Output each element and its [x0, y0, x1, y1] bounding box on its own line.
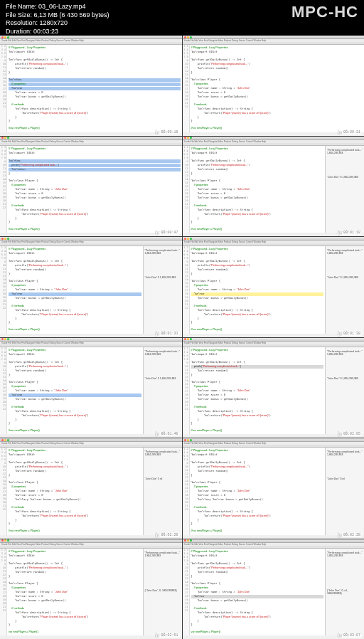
close-icon[interactable] [184, 36, 186, 38]
maximize-icon[interactable] [7, 338, 9, 340]
maximize-icon[interactable] [190, 238, 192, 240]
minimize-icon[interactable] [187, 338, 189, 340]
code-editor[interactable]: // Playground - Lazy Properties "kw">imp… [7, 45, 182, 132]
close-icon[interactable] [1, 439, 4, 441]
maximize-icon[interactable] [190, 439, 192, 441]
minimize-icon[interactable] [4, 539, 6, 542]
maximize-icon[interactable] [190, 539, 192, 542]
maximize-icon[interactable] [7, 238, 9, 240]
close-icon[interactable] [1, 539, 4, 542]
timestamp: 00:01:31 [159, 332, 179, 336]
line-gutter: 1 2 3 4 5 6 7 8 9 10 11 12 13 14 15 16 1… [0, 549, 7, 636]
video-frame[interactable]: Xcode File Edit View Find Navigate Edito… [0, 539, 182, 640]
line-gutter: 1 2 3 4 5 6 7 8 9 10 11 12 13 14 15 16 1… [183, 347, 190, 435]
maximize-icon[interactable] [7, 539, 9, 542]
close-icon[interactable] [1, 36, 4, 38]
timestamp: 00:01:18 [342, 231, 362, 235]
line-gutter: 1 2 3 4 5 6 7 8 9 10 11 12 13 14 15 16 1… [0, 347, 7, 435]
results-sidebar: "Performing complicated task..."1,804,28… [325, 246, 364, 334]
maximize-icon[interactable] [190, 36, 192, 38]
timestamp: 00:02:20 [159, 533, 179, 537]
minimize-icon[interactable] [4, 238, 6, 240]
video-frame[interactable]: Xcode File Edit View Find Navigate Edito… [183, 438, 365, 539]
video-frame[interactable]: Xcode File Edit View Find Navigate Edito… [0, 338, 182, 438]
close-icon[interactable] [184, 338, 186, 340]
video-frame[interactable]: Xcode File Edit View Find Navigate Edito… [183, 539, 365, 640]
timestamp: 00:03:07 [342, 633, 362, 638]
app-title: MPC-HC [291, 3, 358, 21]
timestamp: 00:02:05 [342, 432, 362, 436]
maximize-icon[interactable] [7, 137, 9, 139]
timestamp: 00:02:38 [342, 533, 362, 537]
video-frame[interactable]: Xcode File Edit View Find Navigate Edito… [0, 237, 182, 337]
minimize-icon[interactable] [4, 338, 6, 340]
code-editor[interactable]: // Playground - Lazy Properties "kw">imp… [190, 448, 326, 535]
minimize-icon[interactable] [4, 439, 6, 441]
line-gutter: 1 2 3 4 5 6 7 8 9 10 11 12 13 14 15 16 1… [0, 146, 7, 233]
line-gutter: 1 2 3 4 5 6 7 8 9 10 11 12 13 14 15 16 1… [0, 45, 7, 132]
line-gutter: 1 2 3 4 5 6 7 8 9 10 11 12 13 14 15 16 1… [183, 549, 190, 636]
code-editor[interactable]: // Playground - Lazy Properties "kw">imp… [7, 448, 143, 535]
video-frame[interactable]: Xcode File Edit View Find Navigate Edito… [0, 36, 182, 136]
code-editor[interactable]: // Playground - Lazy Properties "kw">imp… [7, 549, 143, 636]
video-frame[interactable]: Xcode File Edit View Find Navigate Edito… [0, 137, 182, 237]
video-frame[interactable]: Xcode File Edit View Find Navigate Edito… [183, 36, 365, 136]
minimize-icon[interactable] [4, 36, 6, 38]
timestamp: 00:00:31 [342, 130, 362, 134]
close-icon[interactable] [1, 338, 4, 340]
close-icon[interactable] [184, 238, 186, 240]
code-editor[interactable]: // Playground - Lazy Properties "kw">imp… [190, 347, 326, 435]
line-gutter: 1 2 3 4 5 6 7 8 9 10 11 12 13 14 15 16 1… [0, 246, 7, 334]
video-frame[interactable]: Xcode File Edit View Find Navigate Edito… [183, 237, 365, 337]
close-icon[interactable] [184, 439, 186, 441]
results-sidebar: "Performing complicated task..."1,804,28… [143, 347, 182, 435]
code-editor[interactable]: // Playground - Lazy Properties "kw">imp… [190, 549, 326, 636]
code-editor[interactable]: // Playground - Lazy Properties "kw">imp… [190, 146, 326, 233]
code-editor[interactable]: // Playground - Lazy Properties "kw">imp… [7, 347, 143, 435]
code-editor[interactable]: // Playground - Lazy Properties "kw">imp… [7, 146, 182, 233]
timestamp: 00:01:38 [342, 332, 362, 336]
minimize-icon[interactable] [187, 539, 189, 542]
code-editor[interactable]: // Playground - Lazy Properties "kw">imp… [7, 246, 143, 334]
file-info: File Name: 03_06-Lazy.mp4 File Size: 6,1… [6, 3, 109, 36]
code-editor[interactable]: // Playground - Lazy Properties "kw">imp… [190, 246, 326, 334]
video-frame[interactable]: Xcode File Edit View Find Navigate Edito… [183, 137, 365, 237]
timestamp: 00:00:18 [159, 130, 179, 134]
line-gutter: 1 2 3 4 5 6 7 8 9 10 11 12 13 14 15 16 1… [183, 45, 190, 132]
minimize-icon[interactable] [4, 137, 6, 139]
results-sidebar: "Performing complicated task..."1,804,28… [325, 549, 364, 636]
close-icon[interactable] [184, 539, 186, 542]
line-gutter: 1 2 3 4 5 6 7 8 9 10 11 12 13 14 15 16 1… [0, 448, 7, 535]
close-icon[interactable] [1, 238, 4, 240]
close-icon[interactable] [184, 137, 186, 139]
line-gutter: 1 2 3 4 5 6 7 8 9 10 11 12 13 14 15 16 1… [183, 146, 190, 233]
results-sidebar: "Performing complicated task..."1,804,28… [325, 448, 364, 535]
maximize-icon[interactable] [7, 439, 9, 441]
line-gutter: 1 2 3 4 5 6 7 8 9 10 11 12 13 14 15 16 1… [183, 448, 190, 535]
results-sidebar: "Performing complicated task..."1,804,28… [325, 146, 364, 233]
results-sidebar: "Performing complicated task..."1,804,28… [143, 448, 182, 535]
timestamp: 00:01:46 [159, 432, 179, 436]
minimize-icon[interactable] [187, 137, 189, 139]
results-sidebar: "Performing complicated task..."1,804,28… [325, 347, 364, 435]
results-sidebar: "Performing complicated task..."1,804,28… [143, 549, 182, 636]
results-sidebar: "Performing complicated task..."1,804,28… [143, 246, 182, 334]
timestamp: 00:02:51 [159, 633, 179, 638]
line-gutter: 1 2 3 4 5 6 7 8 9 10 11 12 13 14 15 16 1… [183, 246, 190, 334]
maximize-icon[interactable] [190, 137, 192, 139]
thumbnail-grid: Xcode File Edit View Find Navigate Edito… [0, 36, 364, 639]
maximize-icon[interactable] [7, 36, 9, 38]
minimize-icon[interactable] [187, 439, 189, 441]
minimize-icon[interactable] [187, 238, 189, 240]
timestamp: 00:00:47 [159, 231, 179, 235]
code-editor[interactable]: // Playground - Lazy Properties "kw">imp… [190, 45, 365, 132]
mpc-header: File Name: 03_06-Lazy.mp4 File Size: 6,1… [0, 0, 364, 36]
close-icon[interactable] [1, 137, 4, 139]
video-frame[interactable]: Xcode File Edit View Find Navigate Edito… [0, 438, 182, 539]
minimize-icon[interactable] [187, 36, 189, 38]
video-frame[interactable]: Xcode File Edit View Find Navigate Edito… [183, 338, 365, 438]
maximize-icon[interactable] [190, 338, 192, 340]
